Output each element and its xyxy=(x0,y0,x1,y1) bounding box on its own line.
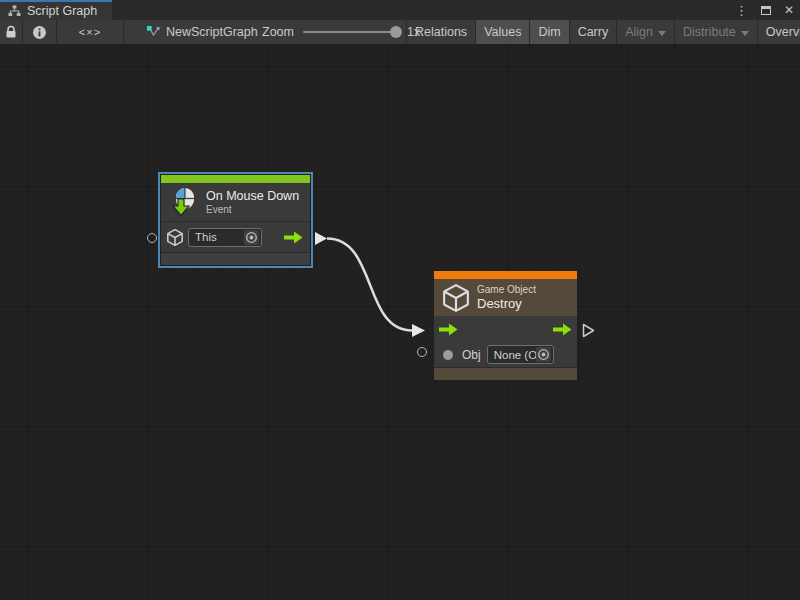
graph-toolbar: <×> NewScriptGraph Zoom 1x Relations Val… xyxy=(0,20,800,45)
node-footer xyxy=(434,368,577,380)
target-value: This xyxy=(195,231,217,243)
param-row: Obj None (O xyxy=(434,342,577,367)
zoom-label: Zoom xyxy=(262,25,294,39)
align-dropdown[interactable]: Align xyxy=(616,20,674,44)
event-accent-bar xyxy=(161,175,310,183)
tab-script-graph[interactable]: Script Graph xyxy=(0,0,112,20)
zoom-control: Zoom 1x xyxy=(262,20,420,44)
cube-icon xyxy=(167,229,183,246)
trigger-output-marker xyxy=(584,325,594,337)
flow-output-arrow-icon[interactable] xyxy=(284,231,303,244)
node-header: On Mouse Down Event xyxy=(161,183,310,221)
node-port-row: This xyxy=(161,222,310,252)
node-title: On Mouse Down xyxy=(206,189,299,204)
connection-wire xyxy=(0,45,800,600)
carry-button[interactable]: Carry xyxy=(569,20,617,44)
cube-icon xyxy=(443,284,469,312)
window-menu-icon[interactable]: ⋮ xyxy=(735,3,748,18)
mouse-down-icon xyxy=(170,187,198,217)
relations-button[interactable]: Relations xyxy=(406,20,475,44)
obj-input-port[interactable] xyxy=(417,347,427,357)
script-graph-asset-icon xyxy=(146,25,160,39)
titlebar: Script Graph ⋮ ✕ xyxy=(0,0,800,20)
flow-row xyxy=(434,316,577,342)
object-value: None (O xyxy=(494,349,536,361)
chevron-down-icon xyxy=(741,31,749,36)
edit-code-button[interactable]: <×> xyxy=(57,20,123,44)
graph-canvas[interactable]: On Mouse Down Event This xyxy=(0,45,800,600)
self-input-port[interactable] xyxy=(147,233,157,243)
code-icon: <×> xyxy=(79,26,101,38)
tab-title: Script Graph xyxy=(27,4,97,18)
lock-button[interactable] xyxy=(0,20,22,44)
separator xyxy=(123,20,124,45)
overview-button[interactable]: Overview xyxy=(757,20,800,44)
toolbar-left-group: <×> NewScriptGraph xyxy=(0,20,258,44)
node-header: Game Object Destroy xyxy=(434,279,577,316)
zoom-slider[interactable] xyxy=(303,31,400,33)
info-button[interactable] xyxy=(23,20,56,44)
values-button[interactable]: Values xyxy=(475,20,529,44)
object-picker-icon[interactable] xyxy=(244,230,259,245)
gameobject-accent-bar xyxy=(434,271,577,279)
node-title: Destroy xyxy=(477,296,536,312)
zoom-slider-handle[interactable] xyxy=(390,26,402,38)
object-picker-icon[interactable] xyxy=(536,347,551,362)
node-on-mouse-down[interactable]: On Mouse Down Event This xyxy=(160,174,311,266)
node-footer xyxy=(161,253,310,265)
maximize-icon[interactable] xyxy=(761,6,771,15)
hierarchy-icon xyxy=(8,5,21,17)
flow-output-arrow-icon[interactable] xyxy=(553,323,572,336)
info-icon xyxy=(32,25,47,40)
chevron-down-icon xyxy=(658,31,666,36)
node-category: Game Object xyxy=(477,284,536,296)
object-input-field[interactable]: None (O xyxy=(487,345,554,364)
toolbar-view-buttons: Relations Values Dim Carry Align Distrib… xyxy=(406,20,800,44)
graph-asset-name: NewScriptGraph xyxy=(166,25,258,39)
node-titles: Game Object Destroy xyxy=(477,284,536,312)
lock-icon xyxy=(4,24,18,40)
node-titles: On Mouse Down Event xyxy=(206,189,299,216)
script-graph-window: Script Graph ⋮ ✕ xyxy=(0,0,800,600)
dim-button[interactable]: Dim xyxy=(529,20,568,44)
target-input-field[interactable]: This xyxy=(188,228,262,247)
flow-input-arrow-icon[interactable] xyxy=(439,323,458,336)
param-label: Obj xyxy=(462,348,481,362)
window-controls: ⋮ ✕ xyxy=(735,0,794,20)
node-subtitle: Event xyxy=(206,204,299,216)
value-port-dot-icon[interactable] xyxy=(443,350,453,360)
close-icon[interactable]: ✕ xyxy=(784,3,794,17)
distribute-dropdown[interactable]: Distribute xyxy=(674,20,757,44)
node-destroy[interactable]: Game Object Destroy Obj None (O xyxy=(433,270,578,381)
graph-asset-reference[interactable]: NewScriptGraph xyxy=(146,25,258,39)
